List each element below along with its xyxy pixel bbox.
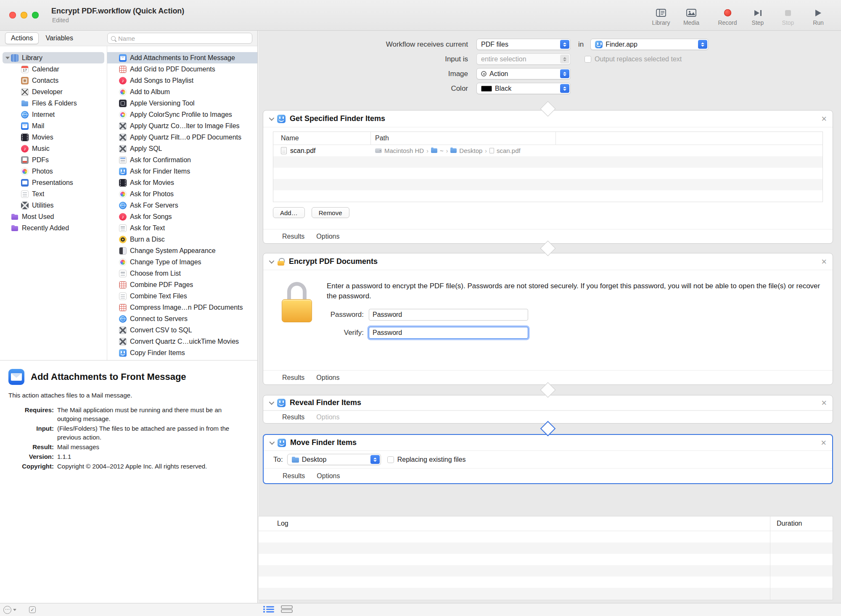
sidebar-library-item[interactable]: Contacts bbox=[0, 75, 107, 86]
action-list-item[interactable]: Add Songs to Playlist bbox=[107, 75, 257, 86]
sidebar-library-item[interactable]: Photos bbox=[0, 166, 107, 177]
sidebar-library-item[interactable]: Music bbox=[0, 143, 107, 154]
action-list-item[interactable]: Ask for Confirmation bbox=[107, 154, 257, 166]
zoom-button[interactable] bbox=[32, 12, 39, 18]
results-toggle[interactable]: Results bbox=[282, 233, 304, 240]
results-toggle[interactable]: Results bbox=[282, 374, 304, 382]
input-scope-select[interactable]: entire selection bbox=[476, 53, 571, 65]
action-list-item[interactable]: Combine PDF Pages bbox=[107, 279, 257, 290]
action-list-item[interactable]: Add Grid to PDF Documents bbox=[107, 63, 257, 75]
sidebar-library-item[interactable]: Utilities bbox=[0, 200, 107, 211]
chevron-down-icon bbox=[13, 609, 16, 611]
action-list-item[interactable]: Ask For Servers bbox=[107, 200, 257, 211]
log-stack-view-icon[interactable] bbox=[281, 605, 293, 615]
action-list-item[interactable]: Add to Album bbox=[107, 86, 257, 97]
application-select[interactable]: Finder.app bbox=[590, 39, 709, 50]
workflow-input-type-select[interactable]: PDF files bbox=[476, 39, 571, 50]
run-results-menu-icon[interactable] bbox=[3, 606, 11, 614]
action-list-item[interactable]: Apply Quartz Filt…o PDF Documents bbox=[107, 132, 257, 143]
library-toolbar-button[interactable]: Library bbox=[648, 5, 674, 26]
action-search-field[interactable] bbox=[107, 33, 252, 44]
step-button[interactable]: Step bbox=[744, 5, 771, 26]
remove-button[interactable]: Remove bbox=[312, 207, 349, 218]
sidebar-library-item[interactable]: Calendar bbox=[0, 63, 107, 75]
options-toggle[interactable]: Options bbox=[316, 374, 339, 382]
tab-actions[interactable]: Actions bbox=[5, 32, 39, 44]
record-button[interactable]: Record bbox=[714, 5, 741, 26]
action-list-item[interactable]: Convert CSV to SQL bbox=[107, 324, 257, 336]
action-list-item[interactable]: Ask for Photos bbox=[107, 188, 257, 200]
action-list-item[interactable]: Ask for Songs bbox=[107, 211, 257, 222]
sidebar-library-item[interactable]: Text bbox=[0, 188, 107, 200]
replacing-existing-files-checkbox[interactable] bbox=[387, 456, 394, 463]
action-list-item[interactable]: Ask for Movies bbox=[107, 177, 257, 188]
remove-action-icon[interactable]: × bbox=[821, 257, 827, 266]
movies-icon bbox=[21, 134, 29, 141]
sidebar-library-item[interactable]: Internet bbox=[0, 109, 107, 120]
action-list-item[interactable]: Apply Quartz Co…lter to Image Files bbox=[107, 120, 257, 132]
action-list-item[interactable]: Add Attachments to Front Message bbox=[107, 52, 257, 63]
verify-field[interactable] bbox=[369, 327, 528, 339]
results-toggle[interactable]: Results bbox=[282, 413, 304, 421]
collapse-chevron-icon[interactable] bbox=[270, 440, 275, 445]
destination-select[interactable]: Desktop bbox=[287, 454, 381, 465]
column-header-path[interactable]: Path bbox=[371, 132, 556, 145]
music-icon bbox=[119, 213, 127, 221]
image-select[interactable]: Action bbox=[476, 68, 571, 79]
action-list-item[interactable]: Ask for Text bbox=[107, 222, 257, 234]
log-checkbox-icon[interactable] bbox=[29, 606, 36, 613]
options-toggle[interactable]: Options bbox=[317, 472, 340, 480]
finder-icon bbox=[119, 349, 127, 357]
remove-action-icon[interactable]: × bbox=[821, 438, 826, 448]
action-list-item[interactable]: Apply ColorSync Profile to Images bbox=[107, 109, 257, 120]
music-icon bbox=[21, 145, 29, 153]
action-list-item[interactable]: Combine Text Files bbox=[107, 290, 257, 302]
action-list-item[interactable]: Apple Versioning Tool bbox=[107, 97, 257, 109]
sidebar-library-item[interactable]: Files & Folders bbox=[0, 97, 107, 109]
action-list-item[interactable]: Choose from List bbox=[107, 268, 257, 279]
sidebar-library-item[interactable]: Movies bbox=[0, 132, 107, 143]
disclosure-triangle-icon[interactable] bbox=[4, 57, 11, 59]
password-field[interactable] bbox=[369, 309, 528, 321]
tab-variables[interactable]: Variables bbox=[40, 32, 79, 44]
action-list-item[interactable]: Compress Image…n PDF Documents bbox=[107, 302, 257, 313]
stop-button[interactable]: Stop bbox=[775, 5, 801, 26]
sidebar-library-item[interactable]: Library bbox=[3, 52, 104, 63]
action-list-item[interactable]: Convert Quartz C…uickTime Movies bbox=[107, 336, 257, 347]
media-toolbar-button[interactable]: Media bbox=[678, 5, 705, 26]
remove-action-icon[interactable]: × bbox=[821, 114, 827, 124]
collapse-chevron-icon[interactable] bbox=[269, 258, 275, 264]
action-list-item[interactable]: Apply SQL bbox=[107, 143, 257, 154]
output-replaces-checkbox[interactable] bbox=[584, 56, 591, 63]
collapse-chevron-icon[interactable] bbox=[269, 116, 275, 121]
action-list-item[interactable]: Copy Finder Items bbox=[107, 347, 257, 358]
action-list-item[interactable]: Change Type of Images bbox=[107, 256, 257, 268]
minimize-button[interactable] bbox=[21, 12, 27, 18]
action-list-item[interactable]: Change System Appearance bbox=[107, 245, 257, 256]
table-empty-row bbox=[273, 168, 822, 179]
action-list-item[interactable]: Ask for Finder Items bbox=[107, 166, 257, 177]
sidebar-library-item[interactable]: Presentations bbox=[0, 177, 107, 188]
close-button[interactable] bbox=[9, 12, 16, 18]
sidebar-library-item[interactable]: PDFs bbox=[0, 154, 107, 166]
column-header-name[interactable]: Name bbox=[273, 132, 371, 145]
results-toggle[interactable]: Results bbox=[283, 472, 305, 480]
run-button[interactable]: Run bbox=[805, 5, 832, 26]
action-card-move-finder-items[interactable]: Move Finder Items × To: Desktop Replacin… bbox=[263, 434, 833, 484]
action-list-item[interactable]: Connect to Servers bbox=[107, 313, 257, 324]
sidebar-library-item[interactable]: Developer bbox=[0, 86, 107, 97]
options-toggle[interactable]: Options bbox=[316, 233, 339, 240]
sidebar-library-item[interactable]: Most Used bbox=[0, 211, 107, 222]
collapse-chevron-icon[interactable] bbox=[269, 400, 275, 405]
add-button[interactable]: Add… bbox=[273, 207, 305, 218]
log-column-divider bbox=[770, 516, 770, 600]
search-input[interactable] bbox=[118, 35, 249, 42]
sidebar-library-item[interactable]: Mail bbox=[0, 120, 107, 132]
table-row-scan-pdf[interactable]: scan.pdf Macintosh HD› ~› Desktop› scan.… bbox=[273, 145, 822, 156]
color-select[interactable]: Black bbox=[476, 83, 571, 94]
action-list-item[interactable]: Burn a Disc bbox=[107, 234, 257, 245]
remove-action-icon[interactable]: × bbox=[821, 398, 827, 408]
sidebar-library-item[interactable]: Recently Added bbox=[0, 222, 107, 234]
options-toggle[interactable]: Options bbox=[316, 413, 339, 421]
log-list-view-icon[interactable] bbox=[263, 605, 274, 615]
